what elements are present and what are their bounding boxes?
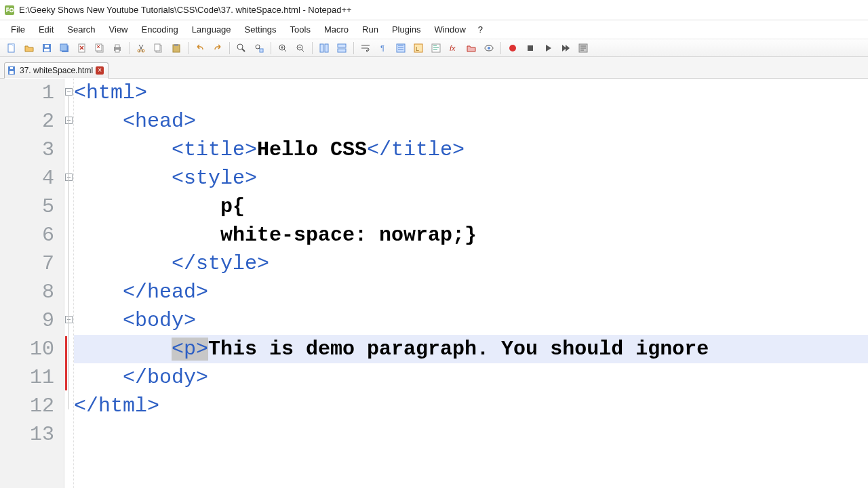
- menu-tools[interactable]: Tools: [283, 22, 317, 37]
- close-file-icon[interactable]: [75, 41, 90, 55]
- open-file-icon[interactable]: [22, 41, 37, 55]
- menu-search[interactable]: Search: [60, 22, 102, 37]
- code-line[interactable]: <html>: [74, 79, 868, 107]
- menu-window[interactable]: Window: [428, 22, 473, 37]
- cut-icon[interactable]: [134, 41, 149, 55]
- code-line[interactable]: </body>: [74, 363, 868, 392]
- toolbar-separator: [312, 42, 313, 54]
- paste-icon[interactable]: [169, 41, 184, 55]
- menu-settings[interactable]: Settings: [238, 22, 283, 37]
- monitor-icon[interactable]: [481, 41, 496, 55]
- code-line[interactable]: [74, 420, 868, 449]
- code-line[interactable]: <title>Hello CSS</title>: [74, 136, 868, 164]
- app-icon: [4, 5, 15, 16]
- file-tab[interactable]: 37. whiteSpace.html ×: [4, 62, 108, 79]
- menu-view[interactable]: View: [102, 22, 135, 37]
- menu-encoding[interactable]: Encoding: [135, 22, 185, 37]
- line-number: 13: [0, 420, 54, 449]
- svg-text:¶: ¶: [380, 44, 384, 52]
- menu-language[interactable]: Language: [185, 22, 238, 37]
- close-all-icon[interactable]: [92, 41, 107, 55]
- svg-point-21: [237, 44, 243, 49]
- find-icon[interactable]: [234, 41, 249, 55]
- svg-rect-3: [12, 44, 14, 46]
- code-line[interactable]: <head>: [74, 107, 868, 136]
- toolbar-separator: [271, 42, 271, 54]
- user-lang-icon[interactable]: L: [411, 41, 426, 55]
- toolbar-separator: [229, 42, 230, 54]
- play-multi-macro-icon[interactable]: [558, 41, 573, 55]
- save-copy-icon[interactable]: [57, 41, 72, 55]
- svg-rect-27: [325, 44, 328, 52]
- tabstrip: 37. whiteSpace.html ×: [0, 57, 868, 79]
- svg-rect-42: [9, 71, 14, 74]
- menu-macro[interactable]: Macro: [317, 22, 355, 37]
- code-line[interactable]: </style>: [74, 249, 868, 278]
- function-list-icon[interactable]: fx: [446, 41, 461, 55]
- svg-rect-39: [528, 45, 533, 51]
- svg-rect-23: [260, 49, 263, 52]
- line-number: 4: [0, 164, 54, 192]
- menu-plugins[interactable]: Plugins: [385, 22, 428, 37]
- stop-macro-icon[interactable]: [523, 41, 538, 55]
- code-line[interactable]: <body>: [74, 306, 868, 335]
- code-line[interactable]: </head>: [74, 278, 868, 306]
- fold-column[interactable]: [64, 79, 74, 488]
- line-number: 3: [0, 136, 54, 164]
- menu-edit[interactable]: Edit: [32, 22, 60, 37]
- fold-marker-icon[interactable]: [65, 88, 73, 96]
- save-icon[interactable]: [39, 41, 54, 55]
- redo-icon[interactable]: [210, 41, 225, 55]
- menu-run[interactable]: Run: [355, 22, 385, 37]
- svg-rect-6: [45, 45, 49, 47]
- code-line[interactable]: <p>This is demo paragraph. You should ig…: [74, 335, 868, 363]
- play-macro-icon[interactable]: [540, 41, 555, 55]
- new-file-icon[interactable]: [4, 41, 19, 55]
- line-number: 7: [0, 249, 54, 278]
- line-number: 11: [0, 363, 54, 392]
- toolbar: ¶ L fx: [0, 39, 868, 57]
- toolbar-separator: [129, 42, 130, 54]
- menubar: File Edit Search View Encoding Language …: [0, 20, 868, 39]
- code-line[interactable]: <style>: [74, 164, 868, 192]
- indent-guide-icon[interactable]: [393, 41, 408, 55]
- line-number: 8: [0, 278, 54, 306]
- close-tab-icon[interactable]: ×: [96, 66, 104, 75]
- find-replace-icon[interactable]: [252, 41, 267, 55]
- folder-icon[interactable]: [464, 41, 479, 55]
- line-number: 1: [0, 79, 54, 107]
- code-line[interactable]: </html>: [74, 392, 868, 420]
- print-icon[interactable]: [110, 41, 125, 55]
- show-symbol-icon[interactable]: ¶: [376, 41, 391, 55]
- toolbar-separator: [500, 42, 501, 54]
- doc-map-icon[interactable]: [429, 41, 443, 55]
- svg-point-15: [138, 49, 140, 52]
- sync-horizontal-icon[interactable]: [334, 41, 349, 55]
- code-line[interactable]: white-space: nowrap;}: [74, 221, 868, 249]
- zoom-in-icon[interactable]: [275, 41, 290, 55]
- undo-icon[interactable]: [193, 41, 208, 55]
- svg-point-38: [509, 45, 516, 52]
- code-area[interactable]: <html> <head> <title>Hello CSS</title> <…: [74, 79, 868, 488]
- file-tab-icon: [7, 66, 17, 75]
- titlebar: E:\Geeky Shows New Youtube Tutorials\CSS…: [0, 0, 868, 20]
- window-title: E:\Geeky Shows New Youtube Tutorials\CSS…: [19, 5, 352, 15]
- sync-vertical-icon[interactable]: [317, 41, 332, 55]
- svg-point-37: [488, 47, 490, 49]
- toolbar-separator: [353, 42, 354, 54]
- line-number: 10: [0, 335, 54, 363]
- svg-rect-26: [320, 44, 323, 52]
- svg-rect-28: [338, 44, 346, 47]
- svg-rect-18: [155, 44, 160, 51]
- copy-icon[interactable]: [151, 41, 166, 55]
- save-macro-icon[interactable]: [576, 41, 591, 55]
- svg-rect-43: [10, 67, 13, 69]
- record-macro-icon[interactable]: [505, 41, 520, 55]
- menu-help[interactable]: ?: [473, 22, 488, 37]
- zoom-out-icon[interactable]: [293, 41, 308, 55]
- svg-text:fx: fx: [450, 44, 456, 52]
- wrap-icon[interactable]: [358, 41, 373, 55]
- line-number: 2: [0, 107, 54, 136]
- menu-file[interactable]: File: [4, 22, 32, 37]
- code-line[interactable]: p{: [74, 192, 868, 221]
